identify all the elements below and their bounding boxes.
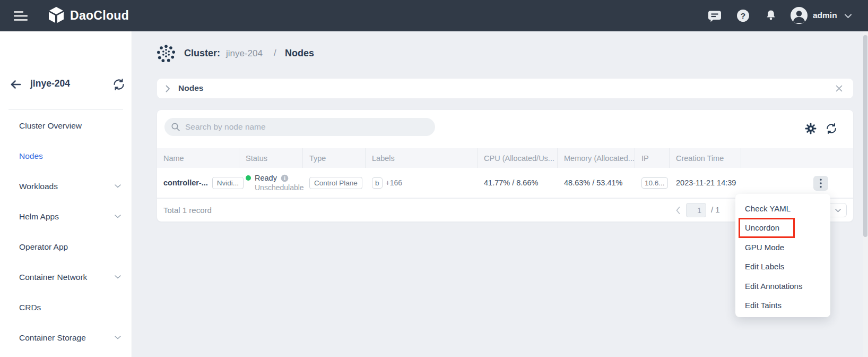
- sidebar-item-container-network[interactable]: Container Network: [0, 262, 132, 292]
- sidebar-item-helm-apps[interactable]: Helm Apps: [0, 201, 132, 232]
- cpu-usage: 41.77% / 8.66%: [478, 168, 558, 198]
- label-badge[interactable]: b: [372, 177, 383, 189]
- search-input[interactable]: [185, 122, 435, 132]
- cluster-dots-icon: [157, 44, 175, 63]
- search-icon: [171, 122, 180, 132]
- back-arrow-icon[interactable]: [9, 78, 22, 91]
- node-name[interactable]: controller-...: [163, 178, 208, 187]
- column-header-labels[interactable]: Labels: [366, 148, 478, 168]
- scrollbar-thumb[interactable]: [863, 35, 867, 237]
- menu-item-check-yaml[interactable]: Check YAML: [735, 199, 830, 218]
- column-header-status[interactable]: Status: [239, 148, 303, 168]
- breadcrumb-cluster-name[interactable]: jinye-204: [226, 48, 263, 59]
- labels-more-count[interactable]: +166: [386, 178, 403, 187]
- memory-usage: 48.63% / 53.41%: [558, 168, 635, 198]
- page-total: / 1: [711, 205, 720, 214]
- svg-text:i: i: [284, 175, 285, 181]
- column-header-cpu[interactable]: CPU (Allocated/Us...: [478, 148, 558, 168]
- row-actions-kebab-button[interactable]: [813, 176, 828, 191]
- screen: DaoCloud ?: [0, 0, 868, 357]
- ip-badge[interactable]: 10.6...: [641, 177, 668, 189]
- menu-toggle-icon[interactable]: [14, 11, 28, 21]
- sidebar-item-configmaps-secrets[interactable]: ConfigMaps & Secr...: [0, 353, 132, 357]
- tab-bar: Nodes: [157, 79, 853, 98]
- switch-cluster-icon[interactable]: [112, 78, 125, 91]
- sidebar-nav: Cluster Overview Nodes Workloads Helm Ap…: [0, 110, 132, 357]
- refresh-icon[interactable]: [826, 123, 837, 134]
- menu-item-edit-annotations[interactable]: Edit Annotations: [735, 276, 830, 296]
- sidebar-item-workloads[interactable]: Workloads: [0, 171, 132, 201]
- menu-item-edit-labels[interactable]: Edit Labels: [735, 257, 830, 277]
- user-avatar[interactable]: [791, 7, 808, 24]
- username[interactable]: admin: [813, 11, 837, 20]
- sidebar-cluster-name: jinye-204: [30, 78, 70, 89]
- status-unschedulable: Unschedulable: [246, 183, 304, 192]
- breadcrumb-separator: /: [274, 48, 276, 58]
- chat-icon[interactable]: [708, 10, 722, 22]
- sidebar-divider: [8, 109, 123, 110]
- topbar: DaoCloud ?: [0, 0, 868, 31]
- table-settings-gear-icon[interactable]: [805, 123, 817, 134]
- page-number-input[interactable]: [686, 203, 706, 217]
- sidebar: jinye-204 Cluster Overview Nodes Workloa…: [0, 31, 132, 357]
- column-header-actions: [741, 148, 853, 168]
- sidebar-item-operator-app[interactable]: Operator App: [0, 232, 132, 262]
- scrollbar-track: [863, 31, 868, 357]
- column-header-type[interactable]: Type: [303, 148, 366, 168]
- breadcrumb-current-page: Nodes: [285, 48, 314, 59]
- column-header-memory[interactable]: Memory (Allocated...: [558, 148, 635, 168]
- menu-item-edit-taints[interactable]: Edit Taints: [735, 296, 830, 316]
- svg-text:?: ?: [741, 11, 745, 20]
- notifications-bell-icon[interactable]: [765, 9, 777, 21]
- tab-close-icon[interactable]: [836, 85, 843, 92]
- chevron-down-icon: [115, 184, 121, 188]
- user-menu-chevron-down-icon[interactable]: [845, 14, 852, 19]
- column-header-name[interactable]: Name: [157, 148, 239, 168]
- sidebar-item-cluster-overview[interactable]: Cluster Overview: [0, 110, 132, 141]
- menu-item-uncordon[interactable]: Uncordon: [735, 218, 830, 238]
- tab-chevron-right-icon[interactable]: [166, 85, 170, 92]
- status-text: Ready: [255, 174, 277, 182]
- sidebar-item-container-storage[interactable]: Container Storage: [0, 322, 132, 353]
- creation-time: 2023-11-21 14:39: [670, 168, 741, 198]
- cluster-label: Cluster:: [184, 48, 220, 59]
- menu-item-gpu-mode[interactable]: GPU Mode: [735, 237, 830, 257]
- search-bar[interactable]: [164, 118, 435, 136]
- row-actions-menu: Check YAML Uncordon GPU Mode Edit Labels…: [735, 194, 830, 317]
- chevron-down-icon: [115, 275, 121, 279]
- chevron-down-icon: [115, 336, 121, 339]
- table-header: Name Status Type Labels CPU (Allocated/U…: [157, 148, 853, 168]
- column-header-creation-time[interactable]: Creation Time: [670, 148, 741, 168]
- total-records: Total 1 record: [163, 206, 212, 215]
- brand[interactable]: DaoCloud: [48, 6, 129, 24]
- status-ready-dot: [246, 175, 251, 181]
- daocloud-logo-icon: [48, 6, 65, 24]
- node-type-badge: Control Plane: [309, 177, 362, 189]
- info-icon[interactable]: i: [281, 174, 289, 182]
- tab-nodes[interactable]: Nodes: [178, 83, 203, 93]
- chevron-down-icon: [115, 215, 121, 218]
- sidebar-item-crds[interactable]: CRDs: [0, 292, 132, 322]
- sidebar-item-nodes[interactable]: Nodes: [0, 141, 132, 171]
- brand-name: DaoCloud: [70, 8, 129, 23]
- help-icon[interactable]: ?: [736, 8, 750, 23]
- column-header-ip[interactable]: IP: [635, 148, 670, 168]
- pagination-prev-icon[interactable]: [676, 207, 680, 214]
